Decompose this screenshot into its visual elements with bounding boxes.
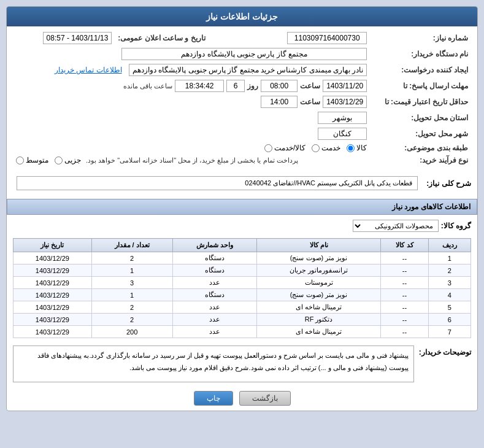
cell-code: -- [381,289,428,301]
product-table-header-row: ردیف کد کالا نام کالا واحد شمارش تعداد /… [13,239,471,252]
need-number-label: شماره نیاز: [370,30,471,46]
page-header: جزئیات اطلاعات نیاز [7,7,477,26]
cell-name: نویز متر (صوت سنج) [256,289,381,301]
province-value: بوشهر [318,112,367,124]
row-response: مهلت ارسال پاسخ: تا 1403/11/20 ساعت 08:0… [13,78,471,94]
cell-qty: 2 [91,301,172,314]
response-from-label: مهلت ارسال پاسخ: تا [370,78,471,94]
cell-row: 7 [428,326,471,338]
cell-name: ترانسفورماتور جریان [256,265,381,277]
cell-qty: 200 [91,326,172,338]
cell-row: 2 [428,265,471,277]
cell-row: 5 [428,301,471,314]
cell-name: ترموستات [256,277,381,289]
cell-row: 4 [428,289,471,301]
province-label: استان محل تحویل: [370,110,471,126]
cell-row: 1 [428,252,471,265]
info-section: شماره نیاز: 1103097164000730 تاریخ و ساع… [7,26,477,172]
table-row: 3 -- ترموستات عدد 3 1403/12/29 [13,277,471,289]
table-row: 2 -- ترانسفورماتور جریان دستگاه 1 1403/1… [13,265,471,277]
row-purchase-type: نوع فرآیند خرید: متوسط جزیی [13,154,471,166]
category-label: طبقه بندی موضوعی: [370,142,471,154]
cell-code: -- [381,277,428,289]
price-date: 1403/12/29 [323,96,367,108]
product-table: ردیف کد کالا نام کالا واحد شمارش تعداد /… [13,238,471,338]
cell-row: 6 [428,314,471,326]
need-number-value: 1103097164000730 [287,32,367,44]
cell-name: دتکتور RF [256,314,381,326]
time-label: ساعت [300,82,320,90]
purchase-type-radio-group: متوسط جزیی [16,156,81,164]
row-price: حداقل تاریخ اعتبار قیمت: تا 1403/12/29 س… [13,94,471,110]
cell-date: 1403/12/29 [13,252,92,265]
group-select[interactable]: محصولات الکترونیکی [353,220,439,232]
table-row: 6 -- دتکتور RF عدد 2 1403/12/29 [13,314,471,326]
buyer-value: مجتمع گاز پارس جنوبی پالایشگاه دوازدهم [121,48,367,60]
response-date: 1403/11/20 [323,80,367,92]
response-time: 08:00 [261,80,298,92]
buyer-label: نام دستگاه خریدار: [370,46,471,62]
cell-unit: عدد [172,301,256,314]
cell-qty: 2 [91,314,172,326]
cell-name: ترمینال شاخه ای [256,301,381,314]
row-province: استان محل تحویل: بوشهر [13,110,471,126]
remaining-label: ساعت باقی مانده [123,82,172,90]
print-button[interactable]: چاپ [194,391,233,406]
cell-name: ترمینال شاخه ای [256,326,381,338]
cell-code: -- [381,265,428,277]
cell-qty: 3 [91,277,172,289]
category-radio-group: کالا/خدمت خدمت کالا [264,144,367,152]
col-date: تاریخ نیاز [13,239,92,252]
cell-date: 1403/12/29 [13,301,92,314]
response-remaining: 18:34:42 [175,80,224,92]
product-table-container: ردیف کد کالا نام کالا واحد شمارش تعداد /… [7,234,477,343]
cell-unit: دستگاه [172,289,256,301]
col-name: نام کالا [256,239,381,252]
category-option-3[interactable]: کالا/خدمت [264,144,305,152]
cell-date: 1403/12/29 [13,314,92,326]
purchase-type-label: نوع فرآیند خرید: [370,154,471,166]
purchase-note: پرداخت تمام یا بخشی از مبلغ خرید، از محل… [86,156,298,164]
cell-unit: دستگاه [172,252,256,265]
page-title: جزئیات اطلاعات نیاز [206,12,278,21]
cell-date: 1403/12/29 [13,326,92,338]
cell-row: 3 [428,277,471,289]
cell-qty: 1 [91,289,172,301]
button-row: بازگشت چاپ [7,386,477,411]
city-label: شهر محل تحویل: [370,126,471,142]
table-row: 1 -- نویز متر (صوت سنج) دستگاه 2 1403/12… [13,252,471,265]
cell-unit: عدد [172,277,256,289]
table-row: 7 -- ترمینال شاخه ای عدد 200 1403/12/29 [13,326,471,338]
row-need-number: شماره نیاز: 1103097164000730 تاریخ و ساع… [13,30,471,46]
notes-label: توضیحات خریدار: [419,346,471,357]
back-button[interactable]: بازگشت [239,391,291,406]
need-title-section: شرح کلی نیاز: قطعات یدکی پانل الکتریکی س… [7,172,477,196]
price-deadline-label: حداقل تاریخ اعتبار قیمت: تا [370,94,471,110]
cell-date: 1403/12/29 [13,265,92,277]
notes-section: توضیحات خریدار: پیشنهاد فنی و مالی می با… [7,343,477,386]
cell-name: نویز متر (صوت سنج) [256,252,381,265]
product-group-row: گروه کالا: محصولات الکترونیکی [7,217,477,234]
table-row: 4 -- نویز متر (صوت سنج) دستگاه 1 1403/12… [13,289,471,301]
cell-code: -- [381,326,428,338]
cell-code: -- [381,314,428,326]
main-container: جزئیات اطلاعات نیاز شماره نیاز: 11030971… [6,6,478,411]
category-option-2[interactable]: خدمت [312,144,340,152]
group-label: گروه کالا: [441,222,471,230]
cell-qty: 2 [91,252,172,265]
product-section-title: اطلاعات کالاهای مورد نیاز [7,199,477,215]
cell-code: -- [381,252,428,265]
row-category: طبقه بندی موضوعی: کالا/خدمت خدمت کالا [13,142,471,154]
purchase-type-option-2[interactable]: متوسط [16,156,48,164]
col-unit: واحد شمارش [172,239,256,252]
need-title-label: شرح کلی نیاز: [426,179,471,188]
info-table: شماره نیاز: 1103097164000730 تاریخ و ساع… [13,30,471,166]
contact-link[interactable]: اطلاعات تماس خریدار [55,66,122,74]
date-value: 1403/11/13 - 08:57 [43,32,112,44]
purchase-type-option-1[interactable]: جزیی [55,156,81,164]
creator-value: نادر بهاری میمندی کارشناس خرید مجتمع گاز… [129,64,367,76]
category-option-1[interactable]: کالا [347,144,367,152]
cell-date: 1403/12/29 [13,277,92,289]
cell-code: -- [381,301,428,314]
notes-text: پیشنهاد فنی و مالی می بایست بر اساس شرح … [13,346,414,382]
